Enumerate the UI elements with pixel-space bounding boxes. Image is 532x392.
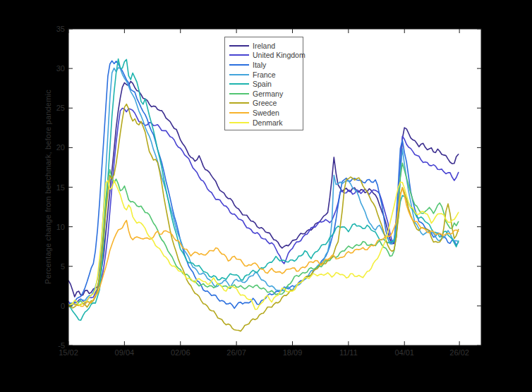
x-tick-label: 09/04 <box>115 348 135 357</box>
x-tick-label: 18/09 <box>283 348 303 357</box>
legend-line-swatch <box>229 45 249 47</box>
legend-line-swatch <box>229 112 249 114</box>
legend-label: Spain <box>253 80 272 88</box>
legend-line-swatch <box>229 102 249 104</box>
legend-label: Germany <box>253 90 283 98</box>
x-tick-label: 04/01 <box>394 348 414 357</box>
legend-item-denmark: Denmark <box>229 118 300 128</box>
y-axis-label: Percentage change from benchmark, before… <box>44 29 59 345</box>
legend-item-united-kingdom: United Kingdom <box>229 51 300 61</box>
x-tick-label: 11/11 <box>339 348 358 357</box>
y-tick-label: 0 <box>61 302 65 310</box>
y-tick-label: -5 <box>58 341 65 350</box>
x-tick-label: 26/02 <box>449 348 469 357</box>
legend-line-swatch <box>229 54 249 56</box>
legend-item-france: France <box>229 70 300 80</box>
legend-item-sweden: Sweden <box>229 108 300 118</box>
legend-line-swatch <box>229 93 249 94</box>
x-tick-label: 02/06 <box>171 348 191 357</box>
legend-line-swatch <box>229 64 249 66</box>
legend-label: France <box>253 71 276 79</box>
legend-label: United Kingdom <box>253 51 306 59</box>
legend-line-swatch <box>229 83 249 85</box>
y-tick-label: 5 <box>61 262 65 271</box>
legend-label: Sweden <box>253 109 279 117</box>
legend-label: Denmark <box>253 118 283 127</box>
legend-item-italy: Italy <box>229 60 300 70</box>
legend-item-greece: Greece <box>229 99 300 109</box>
x-tick-label: 26/07 <box>226 348 246 357</box>
legend-box: IrelandUnited KingdomItalyFranceSpainGer… <box>224 37 303 130</box>
legend-item-germany: Germany <box>229 89 300 99</box>
legend-line-swatch <box>229 122 249 123</box>
legend-label: Greece <box>253 99 277 107</box>
legend-line-swatch <box>229 74 249 75</box>
legend-label: Italy <box>253 61 266 69</box>
legend-item-ireland: Ireland <box>229 41 300 51</box>
legend-item-spain: Spain <box>229 79 300 89</box>
legend-label: Ireland <box>253 42 275 50</box>
matlab-figure: 15/0209/0402/0626/0718/0911/1104/0126/02… <box>0 0 532 392</box>
